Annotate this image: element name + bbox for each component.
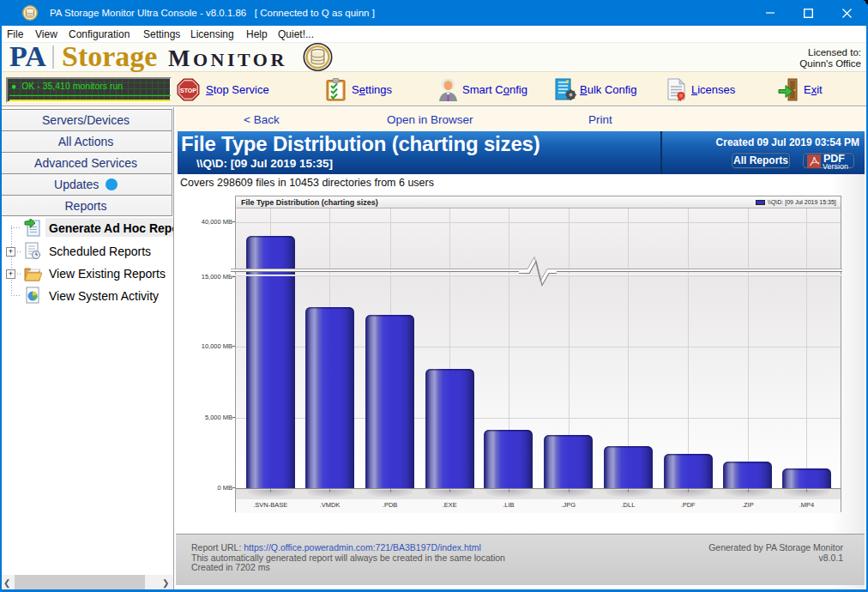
svg-text:STOP: STOP bbox=[180, 88, 196, 94]
